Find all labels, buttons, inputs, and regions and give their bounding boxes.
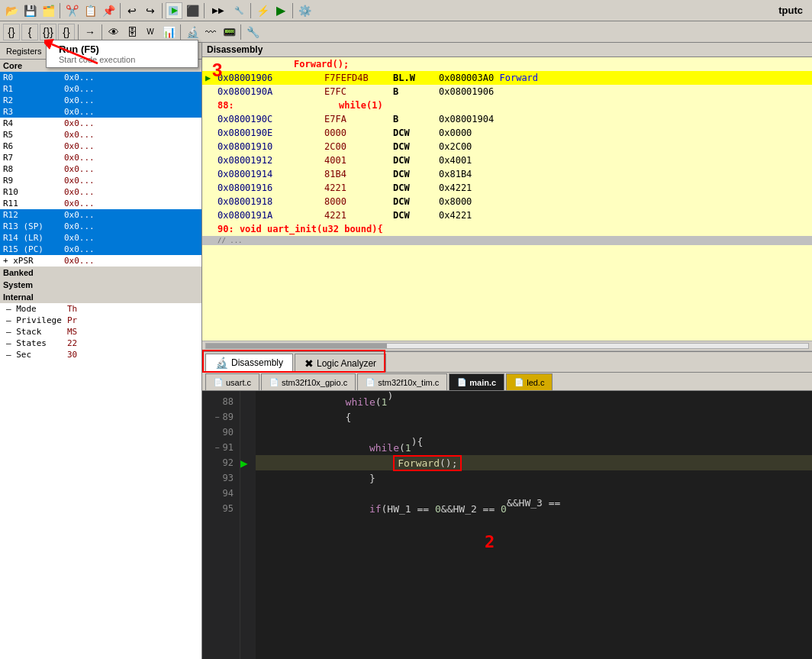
- settings-btn[interactable]: ⚙️: [296, 2, 313, 19]
- src-tab-main[interactable]: 📄 main.c: [449, 373, 504, 390]
- fold-89[interactable]: −: [215, 413, 220, 422]
- annotation-3: 3: [212, 60, 222, 81]
- perf-btn[interactable]: 📊: [160, 24, 177, 40]
- reg-stack[interactable]: — StackMS: [0, 326, 201, 338]
- system-section: System: [0, 279, 201, 291]
- disasm-comment-forward: Forward();: [202, 57, 812, 71]
- sep1: [60, 3, 60, 18]
- reg-r15-pc[interactable]: R15 (PC)0x0...: [0, 244, 201, 255]
- line-num-95: 95: [208, 501, 234, 516]
- line-num-90: 90: [208, 425, 234, 440]
- src-tab-gpio[interactable]: 📄 stm32f10x_gpio.c: [261, 373, 356, 390]
- view-btn[interactable]: 👁: [105, 24, 122, 40]
- cpu-reg-btn[interactable]: 📟: [221, 24, 237, 40]
- reg-r2[interactable]: R20x0...: [0, 95, 201, 106]
- project-title: tputc: [778, 5, 809, 16]
- reg-r12[interactable]: R120x0...: [0, 209, 201, 221]
- sep2: [120, 3, 121, 18]
- rebuild-btn[interactable]: 🔧: [230, 2, 247, 19]
- reg-r5[interactable]: R50x0...: [0, 129, 201, 141]
- reg-r14-lr[interactable]: R14 (LR)0x0...: [0, 232, 201, 244]
- registers-tab[interactable]: Registers: [0, 43, 48, 59]
- save-all-btn[interactable]: 🗂️: [40, 2, 56, 19]
- flash-btn[interactable]: ⚡: [254, 2, 271, 19]
- reg-r3[interactable]: R30x0...: [0, 106, 201, 118]
- debug-run-btn[interactable]: [166, 2, 182, 19]
- annotation-2: 2: [485, 532, 495, 551]
- debug-btn[interactable]: ▶: [272, 2, 289, 19]
- reg-r8[interactable]: R80x0...: [0, 163, 201, 175]
- code-line-89: {: [256, 409, 812, 425]
- disasm-comment-88: 88: while(1): [202, 99, 812, 112]
- reg-r4[interactable]: R40x0...: [0, 118, 201, 129]
- src-tab-tim[interactable]: 📄 stm32f10x_tim.c: [357, 373, 447, 390]
- exec-arrow-gutter: ▶: [240, 455, 256, 470]
- disasm-row-7: 0x08001914 81B4 DCW 0x81B4: [202, 167, 812, 181]
- code-lines: while(1) { while(1){ Forward(); }: [256, 391, 812, 659]
- watch-btn[interactable]: W: [142, 24, 159, 40]
- redo-btn[interactable]: ↪: [142, 2, 159, 19]
- build-btn[interactable]: ▶▶: [208, 2, 229, 19]
- reg-privilege[interactable]: — PrivilegePr: [0, 315, 201, 326]
- disasm-tab-label: Disassembly: [231, 357, 283, 368]
- undo-btn[interactable]: ↩: [124, 2, 140, 19]
- right-panel: Disassembly Forward(); ▶ 0x08001906 F7FE…: [202, 43, 812, 659]
- disasm-row-4: 0x0800190E 0000 DCW 0x0000: [202, 126, 812, 140]
- mem-btn[interactable]: 🗄: [124, 24, 140, 40]
- disasm-comment-90: 90: void uart_init(u32 bound){: [202, 222, 812, 236]
- save-btn[interactable]: 💾: [21, 2, 38, 19]
- source-code-area[interactable]: 88 −89 90 −91 92 93 94 95 ▶: [202, 391, 812, 659]
- run-icon: [168, 5, 180, 17]
- disasm-row-10: 0x0800191A 4221 DCW 0x4221: [202, 208, 812, 222]
- line-num-88: 88: [208, 394, 234, 409]
- reg-sec[interactable]: — Sec30: [0, 349, 201, 360]
- reg-r6[interactable]: R60x0...: [0, 141, 201, 152]
- src-tab-led[interactable]: 📄 led.c: [506, 373, 553, 390]
- reg-states[interactable]: — States22: [0, 338, 201, 349]
- source-tabs: 📄 usart.c 📄 stm32f10x_gpio.c 📄 stm32f10x…: [202, 373, 812, 391]
- line-num-93: 93: [208, 470, 234, 486]
- cut-btn[interactable]: ✂️: [63, 2, 80, 19]
- reg-r13-sp[interactable]: R13 (SP)0x0...: [0, 221, 201, 232]
- main-layout: Registers Regs Liste Core R00x0... R10x0…: [0, 43, 812, 659]
- step-into-btn[interactable]: {}: [3, 24, 20, 40]
- disassembly-area: Disassembly Forward(); ▶ 0x08001906 F7FE…: [202, 43, 812, 341]
- reg-r11[interactable]: R110x0...: [0, 198, 201, 209]
- disasm-row-6: 0x08001912 4001 DCW 0x4001: [202, 153, 812, 167]
- reg-r9[interactable]: R90x0...: [0, 175, 201, 186]
- reg-xpsr[interactable]: + xPSR0x0...: [0, 255, 201, 267]
- internal-section: Internal: [0, 291, 201, 303]
- disasm-content[interactable]: Forward(); ▶ 0x08001906 F7FEFD4B BL.W 0x…: [202, 57, 812, 341]
- sep10: [240, 24, 241, 40]
- line-num-89: −89: [208, 409, 234, 425]
- reg-r0[interactable]: R00x0...: [0, 72, 201, 83]
- banked-section: Banked: [0, 267, 201, 279]
- disasm-comment-91: // ...: [202, 236, 812, 245]
- fold-91[interactable]: −: [215, 444, 220, 452]
- logic-analyzer-tab[interactable]: ✖ Logic Analyzer: [295, 354, 386, 372]
- disasm-btn[interactable]: 🔬: [184, 24, 201, 40]
- paste-btn[interactable]: 📌: [100, 2, 117, 19]
- line-num-94: 94: [208, 486, 234, 501]
- reg-r10[interactable]: R100x0...: [0, 186, 201, 198]
- logic-btn[interactable]: 〰: [202, 24, 219, 40]
- disassembly-tab[interactable]: 🔬 Disassembly: [205, 354, 293, 372]
- scrollbar-thumb[interactable]: [206, 344, 387, 348]
- registers-list: Core R00x0... R10x0... R20x0... R30x0...…: [0, 60, 201, 659]
- stop-btn[interactable]: ⬛: [184, 2, 201, 19]
- src-tab-usart[interactable]: 📄 usart.c: [205, 373, 259, 390]
- disasm-row-1: ▶ 0x08001906 F7FEFD4B BL.W 0x080003A0 Fo…: [202, 71, 812, 85]
- reg-mode[interactable]: — ModeTh: [0, 303, 201, 315]
- sep9: [180, 24, 181, 40]
- open-folder-btn[interactable]: 📂: [3, 2, 20, 19]
- svg-line-3: [52, 44, 98, 63]
- code-line-93: }: [256, 470, 812, 486]
- reg-r7[interactable]: R70x0...: [0, 152, 201, 163]
- disasm-row-9: 0x08001918 8000 DCW 0x8000: [202, 195, 812, 208]
- step-over-btn[interactable]: {: [21, 24, 38, 40]
- tools-btn[interactable]: 🔧: [244, 24, 261, 40]
- reg-r1[interactable]: R10x0...: [0, 83, 201, 95]
- copy-btn[interactable]: 📋: [82, 2, 98, 19]
- disasm-row-8: 0x08001916 4221 DCW 0x4221: [202, 181, 812, 195]
- disasm-scrollbar[interactable]: [202, 341, 812, 351]
